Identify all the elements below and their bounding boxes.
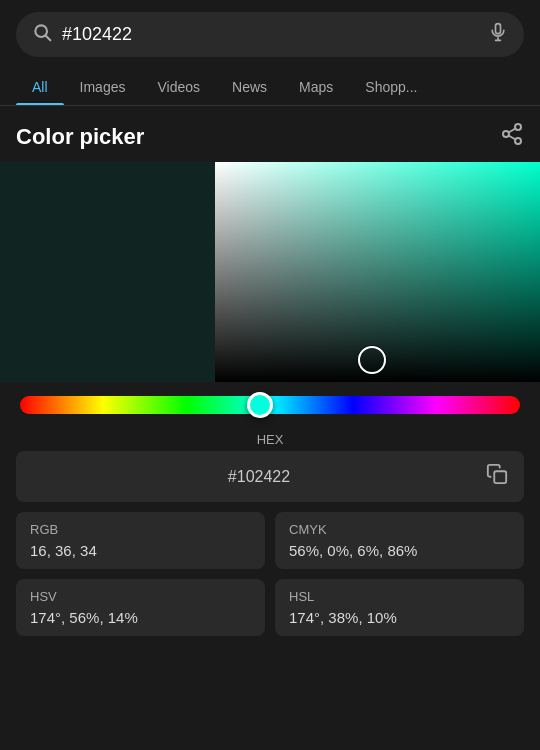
tab-images[interactable]: Images bbox=[64, 69, 142, 105]
tab-all[interactable]: All bbox=[16, 69, 64, 105]
color-picker-header: Color picker bbox=[0, 106, 540, 162]
cmyk-value: 56%, 0%, 6%, 86% bbox=[289, 542, 510, 559]
rgb-box: RGB 16, 36, 34 bbox=[16, 512, 265, 569]
color-values-grid: RGB 16, 36, 34 CMYK 56%, 0%, 6%, 86% HSV… bbox=[16, 512, 524, 636]
rgb-value: 16, 36, 34 bbox=[30, 542, 251, 559]
hsv-label: HSV bbox=[30, 589, 251, 604]
canvas-dark-side bbox=[0, 162, 215, 382]
hsl-label: HSL bbox=[289, 589, 510, 604]
color-picker-title: Color picker bbox=[16, 124, 144, 150]
share-icon[interactable] bbox=[500, 122, 524, 152]
tab-news[interactable]: News bbox=[216, 69, 283, 105]
search-bar[interactable]: #102422 bbox=[16, 12, 524, 57]
cmyk-box: CMYK 56%, 0%, 6%, 86% bbox=[275, 512, 524, 569]
hex-value: #102422 bbox=[32, 468, 486, 486]
rgb-label: RGB bbox=[30, 522, 251, 537]
copy-icon[interactable] bbox=[486, 463, 508, 490]
tab-videos[interactable]: Videos bbox=[141, 69, 216, 105]
svg-line-1 bbox=[46, 36, 51, 41]
color-cursor[interactable] bbox=[358, 346, 386, 374]
hex-section: HEX #102422 bbox=[16, 432, 524, 502]
svg-rect-2 bbox=[496, 24, 501, 34]
search-icon bbox=[32, 22, 52, 47]
svg-rect-10 bbox=[494, 471, 506, 483]
hue-slider-track[interactable] bbox=[20, 396, 520, 414]
tab-maps[interactable]: Maps bbox=[283, 69, 349, 105]
tab-shopping[interactable]: Shopp... bbox=[349, 69, 433, 105]
hue-thumb[interactable] bbox=[247, 392, 273, 418]
hsv-value: 174°, 56%, 14% bbox=[30, 609, 251, 626]
hex-input-row[interactable]: #102422 bbox=[16, 451, 524, 502]
hue-slider-container bbox=[0, 382, 540, 424]
hsl-box: HSL 174°, 38%, 10% bbox=[275, 579, 524, 636]
search-query: #102422 bbox=[62, 24, 478, 45]
cmyk-label: CMYK bbox=[289, 522, 510, 537]
hsv-box: HSV 174°, 56%, 14% bbox=[16, 579, 265, 636]
svg-line-9 bbox=[509, 129, 516, 133]
hex-label: HEX bbox=[16, 432, 524, 447]
mic-icon[interactable] bbox=[488, 22, 508, 47]
color-canvas[interactable] bbox=[0, 162, 540, 382]
svg-line-8 bbox=[509, 136, 516, 140]
nav-tabs: All Images Videos News Maps Shopp... bbox=[0, 69, 540, 106]
hsl-value: 174°, 38%, 10% bbox=[289, 609, 510, 626]
